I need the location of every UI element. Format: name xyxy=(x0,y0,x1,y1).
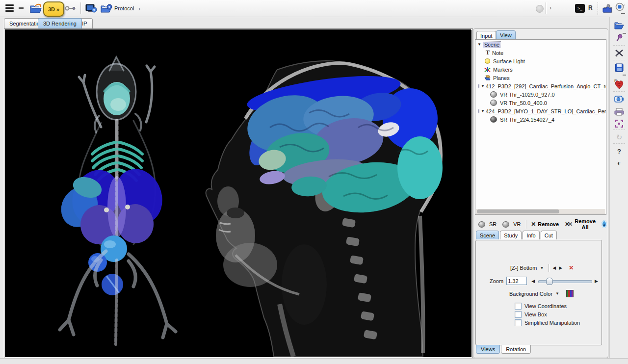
tree-item-label: VR Thr_50.0_400.0 xyxy=(499,100,548,106)
help-icon[interactable]: ? xyxy=(610,145,628,157)
tree-item-vr-1[interactable]: VR Thr_-1029.0_927.0 xyxy=(490,91,606,98)
caret-down-icon[interactable]: ▼ xyxy=(477,42,483,47)
link-key-icon[interactable] xyxy=(65,5,77,11)
axes-markers-icon xyxy=(484,67,491,73)
caret-down-icon[interactable]: ▼ xyxy=(481,84,485,88)
tree-item-note[interactable]: T Note xyxy=(484,49,606,56)
zoom-input[interactable] xyxy=(506,277,527,285)
sr-sphere-icon xyxy=(478,221,485,228)
plugins-icon[interactable] xyxy=(602,3,614,13)
tree-item-markers[interactable]: Markers xyxy=(484,66,606,73)
toolbar-separator xyxy=(80,2,81,14)
up-arrow-icon: ▲ xyxy=(602,223,606,226)
orientation-row: [Z-] Bottom ▼ ◀ ▶ ✕ xyxy=(510,264,574,272)
side-toolbar: P ↻ ? ◐ xyxy=(609,17,628,364)
tree-item-label: Markers xyxy=(492,67,514,73)
chevron-down-icon[interactable]: ▼ xyxy=(540,266,544,270)
sr-button[interactable]: SR xyxy=(475,221,499,228)
reset-view-button[interactable]: ✕ xyxy=(569,264,574,271)
scene-settings-box: [Z-] Bottom ▼ ◀ ▶ ✕ Zoom ◀ ▶ Background … xyxy=(475,240,602,345)
view-tab-strip: Segmentation 3D Rendering MIP xyxy=(0,17,628,28)
tree-item-scene[interactable]: ▼ Scene xyxy=(477,41,606,48)
prev-view-button[interactable]: ◀ xyxy=(551,265,557,270)
close-views-icon[interactable] xyxy=(610,47,628,59)
fit-view-icon[interactable] xyxy=(610,118,628,130)
caret-down-icon[interactable]: ▼ xyxy=(481,109,485,113)
camera-circle-icon[interactable] xyxy=(615,2,625,11)
tree-item-planes[interactable]: Planes xyxy=(484,74,606,81)
terminal-icon[interactable]: >_ xyxy=(575,4,585,13)
tree-item-sr-1[interactable]: SR Thr_224.154027_4 xyxy=(490,116,606,123)
separator xyxy=(613,60,625,60)
load-folder-icon[interactable] xyxy=(29,3,42,14)
save-icon[interactable] xyxy=(610,62,628,74)
separator xyxy=(526,220,526,229)
zoom-row: Zoom ◀ ▶ xyxy=(490,277,600,285)
tree-item-dataset-412[interactable]: ▼ 412_P3D2_[292]_Cardiac_Perfusion_Angio… xyxy=(478,82,606,90)
scrollbar-thumb[interactable] xyxy=(477,209,559,213)
tree-item-label: VR Thr_-1029.0_927.0 xyxy=(499,92,556,98)
tab-rotation[interactable]: Rotation xyxy=(501,345,531,354)
cardiac-tool-icon[interactable]: P xyxy=(610,77,628,91)
simplified-manipulation-checkbox[interactable] xyxy=(515,319,522,326)
toolbar-separator xyxy=(598,2,599,15)
separator xyxy=(549,264,549,272)
zoom-slider[interactable] xyxy=(538,278,591,285)
cross-icon: ✕ xyxy=(531,221,536,228)
application-window: 3D » Protocol › › >_ R xyxy=(0,0,628,364)
acquisition-screen-icon[interactable] xyxy=(85,3,97,13)
tree-horizontal-scrollbar[interactable] xyxy=(476,209,605,214)
capture-camera-icon[interactable] xyxy=(610,93,628,105)
separator xyxy=(613,91,625,92)
r-console-label[interactable]: R xyxy=(588,4,593,11)
open-folder-icon[interactable] xyxy=(610,20,628,31)
pin-icon[interactable] xyxy=(610,32,628,44)
tab-scene[interactable]: Scene xyxy=(476,231,499,239)
chevron-right-icon[interactable]: › xyxy=(550,4,551,11)
next-view-button[interactable]: ▶ xyxy=(557,265,564,270)
zoom-label: Zoom xyxy=(490,278,503,284)
checkbox-label: View Coordinates xyxy=(524,303,567,309)
tree-item-label: 424_P3D2_[MYO_1_DAY_STR_LO]_Cardiac_Perf… xyxy=(485,108,606,114)
tab-3d-rendering[interactable]: 3D Rendering xyxy=(38,18,82,28)
object-actions-row: SR VR ✕ Remove ✕✕ Remove All ▲ xyxy=(475,218,607,230)
tab-view[interactable]: View xyxy=(496,30,516,39)
protocol-label[interactable]: Protocol xyxy=(114,5,134,11)
zoom-increase-button[interactable]: ▶ xyxy=(593,279,600,284)
tree-item-vr-2[interactable]: VR Thr_50.0_400.0 xyxy=(490,99,606,106)
chevron-right-icon[interactable]: › xyxy=(138,5,140,12)
chevron-down-icon[interactable]: ▼ xyxy=(555,291,559,296)
3d-tool-button[interactable]: 3D » xyxy=(43,1,64,17)
tab-cut[interactable]: Cut xyxy=(541,231,557,239)
tree-item-surface-light[interactable]: Surface Light xyxy=(484,57,606,65)
separator xyxy=(613,130,625,130)
light-bulb-icon xyxy=(485,58,490,64)
view-coordinates-checkbox[interactable] xyxy=(515,303,522,310)
protocol-folder-icon[interactable] xyxy=(100,3,113,13)
printer-icon[interactable] xyxy=(610,106,628,118)
orientation-value[interactable]: [Z-] Bottom xyxy=(510,265,537,271)
contrast-icon[interactable]: ◐ xyxy=(610,157,628,169)
view-box-checkbox[interactable] xyxy=(515,311,522,318)
vr-button[interactable]: VR xyxy=(499,221,523,228)
collapse-panel-button[interactable]: ▲ xyxy=(602,220,607,228)
menu-icon[interactable] xyxy=(5,4,14,12)
remove-all-button[interactable]: ✕✕ Remove All xyxy=(562,218,599,230)
tree-handle-icon[interactable] xyxy=(478,84,479,88)
vr-object-icon xyxy=(490,100,497,106)
render-canvas[interactable] xyxy=(4,28,473,359)
background-color-swatch[interactable] xyxy=(566,290,574,297)
vr-object-icon xyxy=(490,91,497,98)
tab-study[interactable]: Study xyxy=(500,231,522,239)
tab-views[interactable]: Views xyxy=(476,345,500,354)
refresh-icon: ↻ xyxy=(610,131,628,143)
tree-item-dataset-424[interactable]: ▼ 424_P3D2_[MYO_1_DAY_STR_LO]_Cardiac_Pe… xyxy=(478,107,606,115)
scene-tree[interactable]: ▼ Scene T Note Surface Light Markers xyxy=(475,39,606,215)
tree-handle-icon[interactable] xyxy=(478,109,479,113)
tab-input[interactable]: Input xyxy=(476,31,496,40)
minimize-dash-icon xyxy=(621,13,625,14)
tab-info[interactable]: Info xyxy=(523,231,539,239)
zoom-decrease-button[interactable]: ◀ xyxy=(530,279,536,284)
slider-thumb[interactable] xyxy=(546,278,553,285)
remove-button[interactable]: ✕ Remove xyxy=(528,221,562,228)
